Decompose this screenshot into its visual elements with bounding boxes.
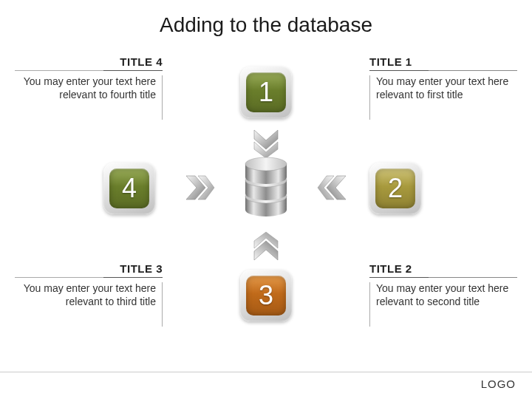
tile-1: 1 bbox=[240, 66, 292, 118]
tile-2-label: 2 bbox=[375, 168, 415, 208]
slide-title: Adding to the database bbox=[0, 0, 532, 37]
title4-block: TITLE 4 You may enter your text here rel… bbox=[15, 55, 163, 120]
diagram-stage: TITLE 4 You may enter your text here rel… bbox=[0, 44, 532, 369]
tile-3: 3 bbox=[240, 270, 292, 321]
title2-block: TITLE 2 You may enter your text here rel… bbox=[369, 262, 517, 327]
title3-block: TITLE 3 You may enter your text here rel… bbox=[15, 262, 163, 327]
title3-body: You may enter your text here relevant to… bbox=[15, 282, 163, 327]
tile-4-label: 4 bbox=[109, 168, 149, 208]
title4-heading: TITLE 4 bbox=[15, 55, 163, 71]
svg-point-8 bbox=[245, 157, 287, 171]
chevron-right-icon bbox=[183, 171, 216, 204]
title1-body: You may enter your text here relevant to… bbox=[369, 75, 517, 120]
chevron-up-icon bbox=[250, 231, 282, 263]
title1-heading: TITLE 1 bbox=[369, 55, 517, 71]
tile-3-label: 3 bbox=[246, 276, 286, 316]
logo-text: LOGO bbox=[481, 378, 516, 390]
tile-2: 2 bbox=[369, 163, 421, 214]
database-icon bbox=[233, 155, 299, 222]
title1-block: TITLE 1 You may enter your text here rel… bbox=[369, 55, 517, 120]
title2-heading: TITLE 2 bbox=[369, 262, 517, 278]
title3-heading: TITLE 3 bbox=[15, 262, 163, 278]
chevron-left-icon bbox=[316, 171, 349, 204]
title2-body: You may enter your text here relevant to… bbox=[369, 282, 517, 327]
tile-4: 4 bbox=[103, 163, 155, 214]
tile-1-label: 1 bbox=[246, 72, 286, 112]
footer-divider bbox=[0, 372, 532, 372]
title4-body: You may enter your text here relevant to… bbox=[15, 75, 163, 120]
